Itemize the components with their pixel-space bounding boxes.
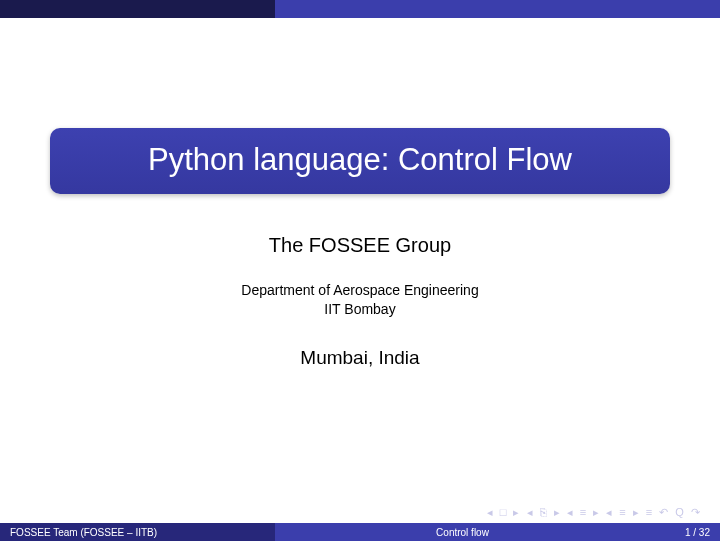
slide-title: Python language: Control Flow (60, 142, 660, 178)
institution-line: IIT Bombay (241, 300, 478, 319)
department-line: Department of Aerospace Engineering (241, 281, 478, 300)
nav-symbols-text[interactable]: ◂ □ ▸ ◂ ⎘ ▸ ◂ ≡ ▸ ◂ ≡ ▸ ≡ ↶ Q ↷ (487, 506, 702, 519)
footer-author: FOSSEE Team (FOSSEE – IITB) (0, 523, 275, 541)
location-line: Mumbai, India (300, 347, 419, 369)
footer-title: Control flow (275, 523, 650, 541)
footer-title-text: Control flow (436, 527, 489, 538)
department-block: Department of Aerospace Engineering IIT … (241, 281, 478, 319)
beamer-nav-symbols[interactable]: ◂ □ ▸ ◂ ⎘ ▸ ◂ ≡ ▸ ◂ ≡ ▸ ≡ ↶ Q ↷ (487, 506, 702, 519)
footer-page: 1 / 32 (650, 523, 720, 541)
slide-content: Python language: Control Flow The FOSSEE… (0, 18, 720, 523)
top-progress-bar (0, 0, 720, 18)
author-line: The FOSSEE Group (269, 234, 451, 257)
topbar-segment-dark (0, 0, 275, 18)
title-block: Python language: Control Flow (50, 128, 670, 194)
footer-author-text: FOSSEE Team (FOSSEE – IITB) (10, 527, 157, 538)
footer-page-text: 1 / 32 (685, 527, 710, 538)
footer-bar: FOSSEE Team (FOSSEE – IITB) Control flow… (0, 523, 720, 541)
topbar-segment-blue (275, 0, 720, 18)
